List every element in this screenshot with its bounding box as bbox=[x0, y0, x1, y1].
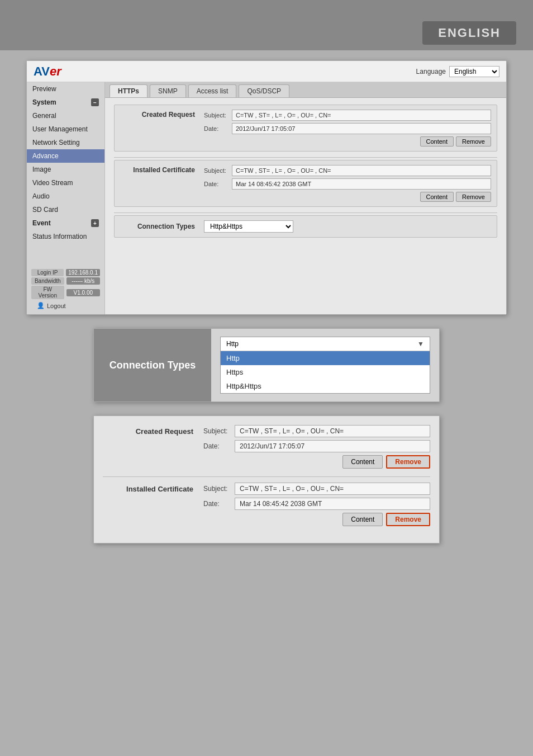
fw-version-row: FW Version V1.0.00 bbox=[31, 286, 100, 299]
sidebar-item-status-information[interactable]: Status Information bbox=[27, 230, 104, 243]
panel3-cr-content-btn[interactable]: Content bbox=[342, 455, 383, 469]
panel3-cr-subject-val[interactable] bbox=[235, 425, 430, 437]
sidebar-section-system[interactable]: System − bbox=[27, 96, 104, 109]
panel3-cr-date-val[interactable] bbox=[235, 440, 430, 452]
panel3-ic-buttons: Content Remove bbox=[203, 513, 430, 526]
installed-cert-date-row: Date: bbox=[204, 178, 491, 190]
section-divider-1 bbox=[114, 157, 497, 158]
panel-2-label: Connection Types bbox=[94, 329, 211, 401]
section-divider-2 bbox=[114, 212, 497, 213]
bottom-spacer bbox=[0, 557, 533, 590]
installed-cert-fields: Subject: Date: Content Remove bbox=[204, 165, 491, 202]
inst-date-value[interactable] bbox=[232, 178, 491, 190]
sidebar-item-sd-card[interactable]: SD Card bbox=[27, 203, 104, 216]
language-select[interactable]: English bbox=[449, 66, 499, 77]
panel3-created-request-label: Created Request bbox=[103, 425, 203, 469]
dropdown-option-http[interactable]: Http bbox=[221, 351, 430, 365]
installed-cert-content-btn[interactable]: Content bbox=[420, 192, 454, 202]
created-request-section: Created Request Subject: Date: Content bbox=[114, 105, 497, 152]
device-panel: AVer Language English Preview System − G… bbox=[26, 60, 507, 315]
dropdown-option-https[interactable]: Https bbox=[221, 365, 430, 379]
panel3-installed-cert-label: Installed Certificate bbox=[103, 483, 203, 526]
fw-version-value: V1.0.00 bbox=[66, 289, 100, 296]
panel3-ic-subject-row: Subject: bbox=[203, 483, 430, 495]
logout-row[interactable]: 👤 Logout bbox=[31, 300, 100, 311]
sidebar-bottom: Login IP 192.168.0.1 Bandwidth ------ kb… bbox=[27, 266, 104, 314]
sidebar-event-icon: + bbox=[91, 219, 99, 227]
sidebar-item-advance[interactable]: Advance bbox=[27, 149, 104, 163]
date-value[interactable] bbox=[232, 123, 491, 134]
sidebar-item-video-stream[interactable]: Video Stream bbox=[27, 176, 104, 190]
bandwidth-row: Bandwidth ------ kb/s bbox=[31, 277, 100, 285]
panel3-created-request-fields: Subject: Date: Content Remove bbox=[203, 425, 430, 469]
login-ip-label: Login IP bbox=[31, 269, 64, 276]
language-row: Language English bbox=[416, 66, 499, 77]
installed-cert-buttons: Content Remove bbox=[204, 192, 491, 202]
login-ip-value: 192.168.0.1 bbox=[66, 269, 100, 276]
panel3-ic-content-btn[interactable]: Content bbox=[342, 513, 383, 526]
panel3-installed-cert: Installed Certificate Subject: Date: Con… bbox=[103, 483, 430, 526]
panel3-cr-remove-btn[interactable]: Remove bbox=[386, 455, 430, 469]
tab-bar: HTTPs SNMP Access list QoS/DSCP bbox=[105, 82, 506, 98]
subject-value[interactable] bbox=[232, 110, 491, 121]
panel3-ic-date-val[interactable] bbox=[235, 498, 430, 510]
dropdown-container: Http ▼ Http Https Http&Https bbox=[211, 329, 439, 401]
panel3-cr-date-lbl: Date: bbox=[203, 442, 231, 450]
bandwidth-value: ------ kb/s bbox=[66, 277, 100, 285]
panel3-cr-date-row: Date: bbox=[203, 440, 430, 452]
logo: AVer bbox=[34, 64, 61, 79]
tab-qos-dscp[interactable]: QoS/DSCP bbox=[239, 84, 289, 97]
logo-er: er bbox=[50, 64, 61, 78]
sidebar-item-network-setting[interactable]: Network Setting bbox=[27, 136, 104, 149]
tab-access-list[interactable]: Access list bbox=[188, 84, 237, 97]
created-request-remove-btn[interactable]: Remove bbox=[456, 136, 491, 147]
connection-types-label: Connection Types bbox=[120, 223, 204, 230]
sidebar-event-label: Event bbox=[32, 219, 51, 227]
connection-types-select[interactable]: Http&Https bbox=[204, 220, 293, 233]
sidebar-system-icon: − bbox=[91, 98, 99, 106]
logo-av: AV bbox=[34, 64, 50, 78]
inst-date-lbl: Date: bbox=[204, 181, 229, 187]
device-body: Preview System − General User Management… bbox=[27, 82, 506, 314]
fw-version-label: FW Version bbox=[31, 286, 64, 299]
sidebar-item-preview[interactable]: Preview bbox=[27, 82, 104, 96]
logout-icon: 👤 bbox=[37, 302, 45, 309]
panel-2-inner: Connection Types Http ▼ Http Https Http&… bbox=[94, 329, 439, 401]
sidebar-item-audio[interactable]: Audio bbox=[27, 190, 104, 203]
date-lbl: Date: bbox=[204, 125, 229, 132]
main-content: HTTPs SNMP Access list QoS/DSCP Created … bbox=[105, 82, 506, 314]
dropdown-box: Http ▼ Http Https Http&Https bbox=[220, 337, 430, 394]
panel3-ic-remove-btn[interactable]: Remove bbox=[386, 513, 430, 526]
device-header: AVer Language English bbox=[27, 61, 506, 82]
panel3-ic-subject-val[interactable] bbox=[235, 483, 430, 495]
tab-https[interactable]: HTTPs bbox=[110, 84, 147, 97]
created-request-subject-row: Subject: bbox=[204, 110, 491, 121]
tab-snmp[interactable]: SNMP bbox=[150, 84, 186, 97]
created-request-fields: Subject: Date: Content Remove bbox=[204, 110, 491, 147]
sidebar: Preview System − General User Management… bbox=[27, 82, 105, 314]
sidebar-item-image[interactable]: Image bbox=[27, 163, 104, 176]
panel3-divider bbox=[103, 476, 430, 477]
top-banner: ENGLISH bbox=[0, 0, 533, 50]
inst-subject-value[interactable] bbox=[232, 165, 491, 176]
sidebar-item-general[interactable]: General bbox=[27, 109, 104, 122]
installed-cert-remove-btn[interactable]: Remove bbox=[456, 192, 491, 202]
installed-cert-label: Installed Certificate bbox=[120, 165, 204, 202]
dropdown-chevron-icon: ▼ bbox=[417, 340, 424, 348]
sidebar-system-label: System bbox=[32, 98, 56, 106]
logout-label: Logout bbox=[47, 303, 66, 309]
sidebar-section-event[interactable]: Event + bbox=[27, 216, 104, 230]
installed-certificate-section: Installed Certificate Subject: Date: Con… bbox=[114, 160, 497, 207]
dropdown-header[interactable]: Http ▼ bbox=[221, 337, 430, 351]
sidebar-item-user-management[interactable]: User Management bbox=[27, 122, 104, 136]
created-request-buttons: Content Remove bbox=[204, 136, 491, 147]
login-ip-row: Login IP 192.168.0.1 bbox=[31, 269, 100, 276]
language-label: Language bbox=[416, 68, 446, 75]
bandwidth-label: Bandwidth bbox=[31, 277, 64, 285]
panel3-ic-date-lbl: Date: bbox=[203, 500, 231, 508]
created-request-content-btn[interactable]: Content bbox=[420, 136, 454, 147]
subject-lbl: Subject: bbox=[204, 112, 229, 119]
dropdown-option-httpandhttps[interactable]: Http&Https bbox=[221, 379, 430, 393]
created-request-label: Created Request bbox=[120, 110, 204, 147]
panel3-installed-cert-fields: Subject: Date: Content Remove bbox=[203, 483, 430, 526]
